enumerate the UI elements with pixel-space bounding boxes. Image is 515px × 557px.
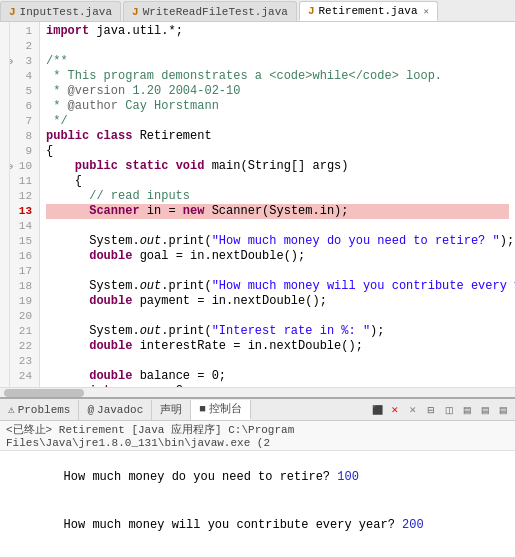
line-num-3: ⊖3	[14, 54, 35, 69]
console-header-text: <已终止> Retirement [Java 应用程序] C:\Program …	[6, 424, 294, 449]
console-icon: ■	[199, 403, 206, 415]
code-line-16: double goal = in.nextDouble();	[46, 249, 509, 264]
line-numbers: 1 2 ⊖3 4 5 6 7 8 9 ⊖10 11 12 13 14 15 16…	[10, 22, 40, 387]
line-num-15: 15	[14, 234, 35, 249]
tab-javadoc-label: Javadoc	[97, 404, 143, 416]
main-window: J InputTest.java J WriteReadFileTest.jav…	[0, 0, 515, 557]
line-num-20: 20	[14, 309, 35, 324]
console-output[interactable]: How much money do you need to retire? 10…	[0, 451, 515, 557]
code-line-1: import java.util.*;	[46, 24, 509, 39]
bottom-panel: ⚠ Problems @ Javadoc 声明 ■ 控制台 ⬛ ✕ ✕ ⊟ ◫	[0, 397, 515, 557]
editor-tab-bar: J InputTest.java J WriteReadFileTest.jav…	[0, 0, 515, 22]
code-line-11: {	[46, 174, 509, 189]
code-line-21: System.out.print("Interest rate in %: ")…	[46, 324, 509, 339]
tab-problems-label: Problems	[18, 404, 71, 416]
line-num-16: 16	[14, 249, 35, 264]
tab-console-label: 控制台	[209, 401, 242, 416]
line-num-8: 8	[14, 129, 35, 144]
line-num-2: 2	[14, 39, 35, 54]
line-num-21: 21	[14, 324, 35, 339]
console-btn-4[interactable]: ⊟	[423, 402, 439, 418]
declaration-label: 声明	[160, 402, 182, 417]
tab-declaration[interactable]: 声明	[152, 400, 191, 420]
code-line-17	[46, 264, 509, 279]
input-value-2: 200	[402, 518, 424, 532]
console-btn-1[interactable]: ⬛	[369, 402, 385, 418]
tab-close-icon[interactable]: ✕	[424, 6, 429, 17]
console-toolbar: ⬛ ✕ ✕ ⊟ ◫ ▤ ▤ ▤	[369, 402, 515, 418]
code-line-19: double payment = in.nextDouble();	[46, 294, 509, 309]
horizontal-scrollbar[interactable]	[0, 387, 515, 397]
tab-console[interactable]: ■ 控制台	[191, 400, 251, 420]
console-line-1: How much money do you need to retire? 10…	[6, 453, 509, 501]
line-num-18: 18	[14, 279, 35, 294]
tab-label: InputTest.java	[20, 6, 112, 18]
java-file-icon: J	[132, 6, 139, 18]
tab-label: WriteReadFileTest.java	[143, 6, 288, 18]
output-text-2: How much money will you contribute every…	[64, 518, 402, 532]
line-num-19: 19	[14, 294, 35, 309]
line-num-24: 24	[14, 369, 35, 384]
code-area[interactable]: import java.util.*; /** * This program d…	[40, 22, 515, 387]
line-num-5: 5	[14, 84, 35, 99]
code-line-22: double interestRate = in.nextDouble();	[46, 339, 509, 354]
code-line-2	[46, 39, 509, 54]
console-btn-2[interactable]: ✕	[387, 402, 403, 418]
code-line-15: System.out.print("How much money do you …	[46, 234, 509, 249]
code-line-6: * @author Cay Horstmann	[46, 99, 509, 114]
code-line-7: */	[46, 114, 509, 129]
code-line-9: {	[46, 144, 509, 159]
line-num-23: 23	[14, 354, 35, 369]
console-btn-3[interactable]: ✕	[405, 402, 421, 418]
console-btn-8[interactable]: ▤	[495, 402, 511, 418]
code-line-4: * This program demonstrates a <code>whil…	[46, 69, 509, 84]
line-num-22: 22	[14, 339, 35, 354]
code-line-8: public class Retirement	[46, 129, 509, 144]
code-line-14	[46, 219, 509, 234]
code-line-23	[46, 354, 509, 369]
line-num-25: 25	[14, 384, 35, 387]
console-header: <已终止> Retirement [Java 应用程序] C:\Program …	[0, 421, 515, 451]
tab-label: Retirement.java	[318, 5, 417, 17]
line-num-10: ⊖10	[14, 159, 35, 174]
line-num-13: 13	[14, 204, 35, 219]
line-num-4: 4	[14, 69, 35, 84]
gutter	[0, 22, 10, 387]
code-line-18: System.out.print("How much money will yo…	[46, 279, 509, 294]
line-num-11: 11	[14, 174, 35, 189]
line-num-12: 12	[14, 189, 35, 204]
code-line-12: // read inputs	[46, 189, 509, 204]
output-text-1: How much money do you need to retire?	[64, 470, 338, 484]
line-num-1: 1	[14, 24, 35, 39]
code-line-10: public static void main(String[] args)	[46, 159, 509, 174]
tab-retirement[interactable]: J Retirement.java ✕	[299, 1, 438, 21]
tab-javadoc[interactable]: @ Javadoc	[79, 400, 152, 420]
code-line-5: * @version 1.20 2004-02-10	[46, 84, 509, 99]
bottom-tab-bar: ⚠ Problems @ Javadoc 声明 ■ 控制台 ⬛ ✕ ✕ ⊟ ◫	[0, 399, 515, 421]
code-line-13: Scanner in = new Scanner(System.in);	[46, 204, 509, 219]
console-line-2: How much money will you contribute every…	[6, 501, 509, 549]
editor-area: 1 2 ⊖3 4 5 6 7 8 9 ⊖10 11 12 13 14 15 16…	[0, 22, 515, 387]
console-btn-7[interactable]: ▤	[477, 402, 493, 418]
code-line-20	[46, 309, 509, 324]
line-num-14: 14	[14, 219, 35, 234]
h-scroll-thumb[interactable]	[4, 389, 84, 397]
line-num-17: 17	[14, 264, 35, 279]
tab-writereadfile[interactable]: J WriteReadFileTest.java	[123, 1, 297, 21]
javadoc-icon: @	[87, 404, 94, 416]
console-line-3: Interest rate in %: 10	[6, 549, 509, 557]
code-line-3: /**	[46, 54, 509, 69]
problems-icon: ⚠	[8, 403, 15, 416]
code-line-24: double balance = 0;	[46, 369, 509, 384]
console-btn-5[interactable]: ◫	[441, 402, 457, 418]
tab-problems[interactable]: ⚠ Problems	[0, 400, 79, 420]
tab-inputtest[interactable]: J InputTest.java	[0, 1, 121, 21]
java-file-icon: J	[308, 5, 315, 17]
line-num-6: 6	[14, 99, 35, 114]
line-num-9: 9	[14, 144, 35, 159]
line-num-7: 7	[14, 114, 35, 129]
java-file-icon: J	[9, 6, 16, 18]
console-btn-6[interactable]: ▤	[459, 402, 475, 418]
input-value-1: 100	[337, 470, 359, 484]
